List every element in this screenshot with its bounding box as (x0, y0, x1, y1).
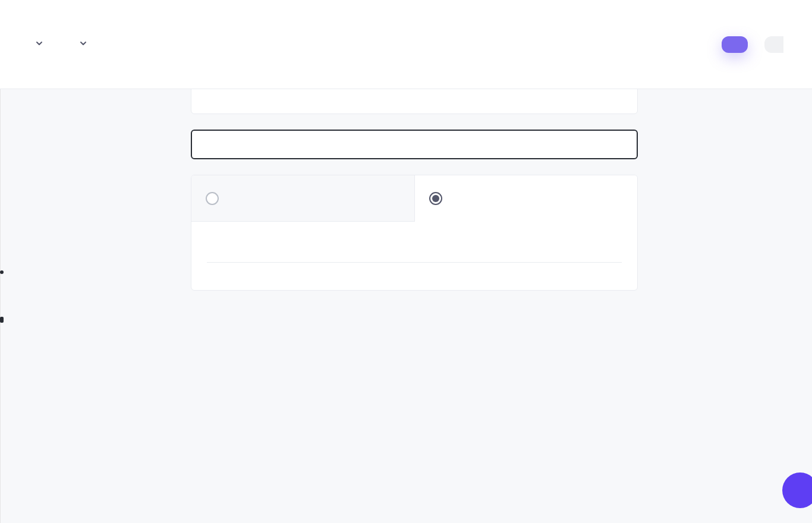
login-button[interactable] (764, 36, 783, 53)
site-header (0, 0, 812, 89)
import-options-panel (191, 175, 638, 291)
page-body (0, 89, 812, 523)
tab-customize-import[interactable] (415, 175, 638, 222)
location-select[interactable] (191, 130, 638, 159)
radio-icon (429, 192, 442, 205)
nav-learn[interactable] (73, 37, 88, 51)
signup-button[interactable] (722, 36, 748, 53)
tab-import-everything[interactable] (191, 175, 415, 222)
nav-solutions[interactable] (29, 37, 44, 51)
chevron-down-icon (34, 37, 44, 51)
edge-dot (0, 270, 4, 274)
chevron-down-icon (78, 37, 88, 51)
chat-bubble-icon[interactable] (782, 472, 812, 508)
radio-icon (206, 192, 219, 205)
edge-handle (0, 317, 4, 323)
